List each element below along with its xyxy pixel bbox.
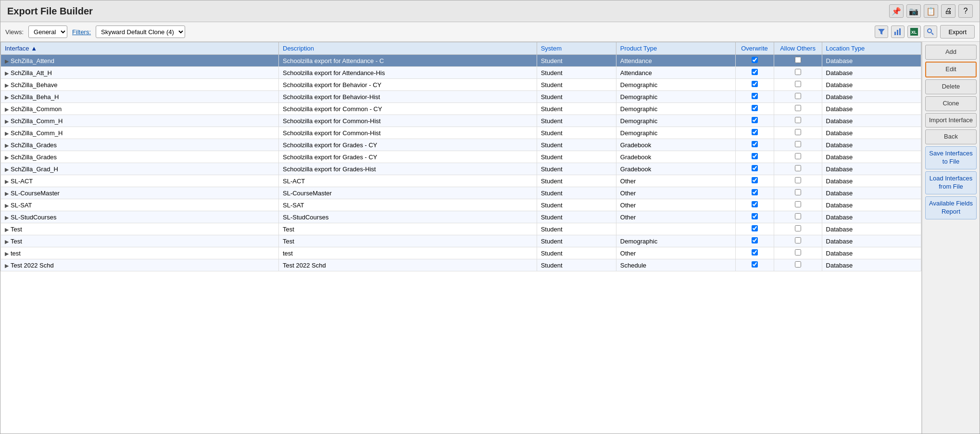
add-button[interactable]: Add — [925, 45, 977, 60]
row-expander[interactable]: ▶ — [5, 203, 9, 208]
table-row[interactable]: ▶SL-SAT SL-SAT Student Other Database — [1, 199, 921, 211]
overwrite-checkbox[interactable] — [752, 141, 758, 147]
col-header-allow-others[interactable]: Allow Others — [774, 42, 822, 55]
table-row[interactable]: ▶Test Test Student Database — [1, 223, 921, 235]
overwrite-checkbox[interactable] — [752, 93, 758, 99]
copy-icon[interactable]: 📋 — [924, 4, 938, 18]
table-row[interactable]: ▶SL-CourseMaster SL-CourseMaster Student… — [1, 187, 921, 199]
allow-others-checkbox[interactable] — [795, 213, 801, 219]
allow-others-checkbox[interactable] — [795, 105, 801, 111]
allow-others-checkbox[interactable] — [795, 117, 801, 123]
col-header-description[interactable]: Description — [279, 42, 537, 55]
table-row[interactable]: ▶SchZilla_Grades Schoolzilla export for … — [1, 151, 921, 163]
filter-icon-btn[interactable] — [875, 26, 888, 38]
allow-others-checkbox[interactable] — [795, 201, 801, 207]
row-expander[interactable]: ▶ — [5, 191, 9, 196]
overwrite-checkbox[interactable] — [752, 57, 758, 63]
back-button[interactable]: Back — [925, 129, 977, 144]
col-header-location-type[interactable]: Location Type — [822, 42, 921, 55]
allow-others-checkbox[interactable] — [795, 261, 801, 268]
overwrite-checkbox[interactable] — [752, 165, 758, 171]
load-interfaces-button[interactable]: Load Interfaces from File — [925, 171, 977, 194]
table-row[interactable]: ▶Test 2022 Schd Test 2022 Schd Student S… — [1, 259, 921, 271]
row-expander[interactable]: ▶ — [5, 142, 9, 148]
allow-others-checkbox[interactable] — [795, 165, 801, 171]
save-interfaces-button[interactable]: Save Interfaces to File — [925, 146, 977, 169]
overwrite-checkbox[interactable] — [752, 177, 758, 183]
filters-select[interactable]: Skyward Default Clone (4) — [96, 26, 185, 38]
clone-button[interactable]: Clone — [925, 96, 977, 111]
delete-button[interactable]: Delete — [925, 79, 977, 94]
overwrite-checkbox[interactable] — [752, 237, 758, 243]
table-row[interactable]: ▶Test Test Student Demographic Database — [1, 235, 921, 247]
allow-others-checkbox[interactable] — [795, 81, 801, 87]
allow-others-checkbox[interactable] — [795, 153, 801, 159]
row-expander[interactable]: ▶ — [5, 82, 9, 88]
allow-others-checkbox[interactable] — [795, 129, 801, 135]
overwrite-checkbox[interactable] — [752, 117, 758, 123]
overwrite-checkbox[interactable] — [752, 201, 758, 207]
col-header-product-type[interactable]: Product Type — [616, 42, 735, 55]
overwrite-checkbox[interactable] — [752, 249, 758, 255]
edit-button[interactable]: Edit — [925, 62, 977, 77]
table-row[interactable]: ▶SchZilla_Comm_H Schoolzilla export for … — [1, 115, 921, 127]
available-fields-button[interactable]: Available Fields Report — [925, 196, 977, 219]
views-select[interactable]: General — [28, 26, 67, 38]
row-expander[interactable]: ▶ — [5, 118, 9, 124]
row-expander[interactable]: ▶ — [5, 106, 9, 112]
table-row[interactable]: ▶SchZilla_Grades Schoolzilla export for … — [1, 139, 921, 151]
col-header-overwrite[interactable]: Overwrite — [735, 42, 774, 55]
import-interface-button[interactable]: Import Interface — [925, 113, 977, 128]
table-row[interactable]: ▶SL-ACT SL-ACT Student Other Database — [1, 175, 921, 187]
table-row[interactable]: ▶test test Student Other Database — [1, 247, 921, 259]
table-row[interactable]: ▶SchZilla_Common Schoolzilla export for … — [1, 103, 921, 115]
allow-others-checkbox[interactable] — [795, 237, 801, 243]
allow-others-checkbox[interactable] — [795, 249, 801, 255]
row-expander[interactable]: ▶ — [5, 179, 9, 184]
row-expander[interactable]: ▶ — [5, 154, 9, 160]
table-row[interactable]: ▶SL-StudCourses SL-StudCourses Student O… — [1, 211, 921, 223]
table-row[interactable]: ▶SchZilla_Behave Schoolzilla export for … — [1, 79, 921, 91]
overwrite-checkbox[interactable] — [752, 81, 758, 87]
overwrite-checkbox[interactable] — [752, 69, 758, 75]
row-expander[interactable]: ▶ — [5, 251, 9, 256]
allow-others-checkbox[interactable] — [795, 57, 801, 63]
overwrite-checkbox[interactable] — [752, 189, 758, 195]
search-icon-btn[interactable] — [924, 26, 937, 38]
export-button[interactable]: Export — [940, 25, 975, 38]
chart-icon-btn[interactable] — [891, 26, 905, 38]
camera-icon[interactable]: 📷 — [906, 4, 921, 18]
pin-icon[interactable]: 📌 — [889, 4, 904, 18]
col-header-interface[interactable]: Interface ▲ — [1, 42, 279, 55]
row-expander[interactable]: ▶ — [5, 263, 9, 268]
row-expander[interactable]: ▶ — [5, 70, 9, 76]
overwrite-checkbox[interactable] — [752, 129, 758, 135]
table-row[interactable]: ▶SchZilla_Comm_H Schoolzilla export for … — [1, 127, 921, 139]
row-expander[interactable]: ▶ — [5, 227, 9, 232]
overwrite-checkbox[interactable] — [752, 225, 758, 231]
row-expander[interactable]: ▶ — [5, 130, 9, 136]
overwrite-checkbox[interactable] — [752, 213, 758, 219]
row-expander[interactable]: ▶ — [5, 166, 9, 172]
overwrite-checkbox[interactable] — [752, 261, 758, 268]
allow-others-checkbox[interactable] — [795, 141, 801, 147]
excel-icon-btn[interactable]: XL — [907, 26, 921, 38]
row-expander[interactable]: ▶ — [5, 215, 9, 220]
help-icon[interactable]: ? — [958, 4, 973, 18]
overwrite-checkbox[interactable] — [752, 153, 758, 159]
row-expander[interactable]: ▶ — [5, 58, 9, 64]
table-row[interactable]: ▶SchZilla_Att_H Schoolzilla export for A… — [1, 67, 921, 79]
col-header-system[interactable]: System — [537, 42, 616, 55]
table-row[interactable]: ▶SchZilla_Grad_H Schoolzilla export for … — [1, 163, 921, 175]
allow-others-checkbox[interactable] — [795, 177, 801, 183]
allow-others-checkbox[interactable] — [795, 69, 801, 75]
overwrite-checkbox[interactable] — [752, 105, 758, 111]
table-row[interactable]: ▶SchZilla_Attend Schoolzilla export for … — [1, 55, 921, 67]
allow-others-checkbox[interactable] — [795, 93, 801, 99]
filters-label[interactable]: Filters: — [72, 28, 91, 36]
row-expander[interactable]: ▶ — [5, 239, 9, 244]
row-expander[interactable]: ▶ — [5, 94, 9, 100]
allow-others-checkbox[interactable] — [795, 225, 801, 231]
print-icon[interactable]: 🖨 — [941, 4, 955, 18]
allow-others-checkbox[interactable] — [795, 189, 801, 195]
